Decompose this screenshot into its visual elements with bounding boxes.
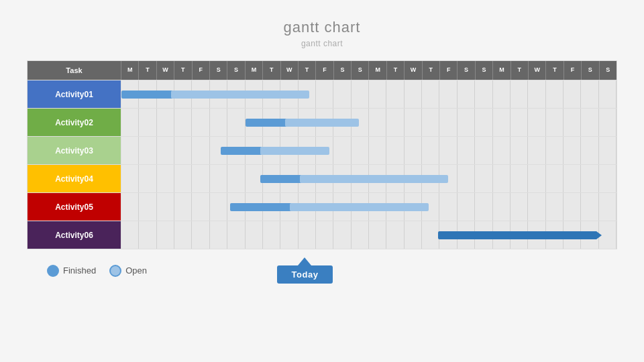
today-button-container[interactable]: Today xyxy=(277,257,333,284)
grid-cell xyxy=(157,165,174,192)
grid-cell xyxy=(386,137,404,164)
activity-label-1: Activity01 xyxy=(28,80,121,108)
grid-cell xyxy=(386,193,404,221)
day-cell: S xyxy=(227,61,245,80)
gantt-row: Activity06 xyxy=(28,221,616,249)
today-arrow-icon xyxy=(298,257,311,265)
grid-cell xyxy=(493,165,511,192)
grid-cell xyxy=(157,80,174,108)
grid-cell xyxy=(405,221,422,249)
grid-cell xyxy=(386,80,404,108)
legend-row: Finished Open Today xyxy=(27,249,617,284)
grid-cell xyxy=(581,193,598,221)
day-cell: S xyxy=(210,61,227,80)
grid-cell xyxy=(174,137,192,164)
grid-cell xyxy=(192,165,209,192)
grid-cell xyxy=(333,109,351,136)
grid-cell xyxy=(316,137,333,164)
grid-cell xyxy=(369,109,386,136)
day-cell: F xyxy=(564,61,582,80)
day-cell: M xyxy=(493,61,511,80)
grid-cell xyxy=(246,221,263,249)
grid-cell xyxy=(511,165,528,192)
grid-cell xyxy=(263,221,280,249)
grid-cell xyxy=(263,137,280,164)
grid-cell xyxy=(528,109,545,136)
grid-cell xyxy=(599,165,616,192)
grid-cell xyxy=(511,193,528,221)
grid-cell xyxy=(546,109,564,136)
grid-cell xyxy=(475,137,492,164)
grid-cell xyxy=(369,193,386,221)
grid-cell xyxy=(422,80,439,108)
grid-cell xyxy=(139,165,156,192)
open-label: Open xyxy=(125,265,147,276)
grid-cell xyxy=(227,165,245,192)
grid-cell xyxy=(581,80,598,108)
grid-cell xyxy=(316,80,333,108)
grid-cell xyxy=(121,165,139,192)
grid-cell xyxy=(333,137,351,164)
grid-cell xyxy=(121,193,139,221)
grid-cell xyxy=(599,137,616,164)
day-cell: S xyxy=(476,61,493,80)
grid-cell xyxy=(174,193,192,221)
day-cell: T xyxy=(299,61,316,80)
grid-cell xyxy=(475,165,492,192)
grid-cell xyxy=(422,109,439,136)
grid-cell xyxy=(174,80,192,108)
grid-cell xyxy=(263,80,280,108)
grid-cell xyxy=(546,193,564,221)
grid-cell xyxy=(475,193,492,221)
grid-cell xyxy=(192,193,209,221)
task-column-header: Task xyxy=(28,61,121,80)
grid-cell xyxy=(139,221,156,249)
grid-cell xyxy=(599,221,616,249)
activity-label-4: Activity04 xyxy=(28,165,121,192)
today-button[interactable]: Today xyxy=(277,265,333,284)
gantt-cells-3 xyxy=(121,137,616,164)
day-cell: T xyxy=(546,61,564,80)
grid-cell xyxy=(581,221,598,249)
grid-cell xyxy=(564,221,581,249)
grid-cell xyxy=(263,109,280,136)
grid-cell xyxy=(299,109,316,136)
day-cell: M xyxy=(121,61,139,80)
day-cell: S xyxy=(458,61,475,80)
gantt-cells-1 xyxy=(121,80,616,108)
grid-cell xyxy=(280,80,298,108)
grid-cell xyxy=(458,193,475,221)
grid-cell xyxy=(422,137,439,164)
grid-cell xyxy=(511,80,528,108)
grid-cell xyxy=(546,165,564,192)
grid-cell xyxy=(599,80,616,108)
grid-cell xyxy=(121,137,139,164)
grid-cell xyxy=(386,109,404,136)
grid-cell xyxy=(475,109,492,136)
activity-label-2: Activity02 xyxy=(28,109,121,136)
gantt-row: Activity04 xyxy=(28,164,616,192)
grid-cell xyxy=(246,80,263,108)
grid-cell xyxy=(174,165,192,192)
grid-cell xyxy=(352,80,369,108)
grid-cell xyxy=(528,165,545,192)
day-cell: W xyxy=(529,61,546,80)
legend-items: Finished Open xyxy=(47,265,147,277)
grid-cell xyxy=(458,80,475,108)
grid-cell xyxy=(546,221,564,249)
grid-cell xyxy=(192,109,209,136)
grid-cell xyxy=(528,221,545,249)
grid-cell xyxy=(439,165,457,192)
grid-cell xyxy=(369,165,386,192)
day-cell: W xyxy=(405,61,422,80)
grid-cell xyxy=(246,109,263,136)
grid-cell xyxy=(174,221,192,249)
day-cell: T xyxy=(511,61,529,80)
grid-cell xyxy=(369,80,386,108)
grid-cell xyxy=(280,109,298,136)
day-cell: T xyxy=(174,61,192,80)
grid-cell xyxy=(352,221,369,249)
gantt-chart: Task MTWTFSSMTWTFSSMTWTFSSMTWTFSS Activi… xyxy=(27,60,617,249)
grid-cell xyxy=(493,80,511,108)
grid-cell xyxy=(121,221,139,249)
